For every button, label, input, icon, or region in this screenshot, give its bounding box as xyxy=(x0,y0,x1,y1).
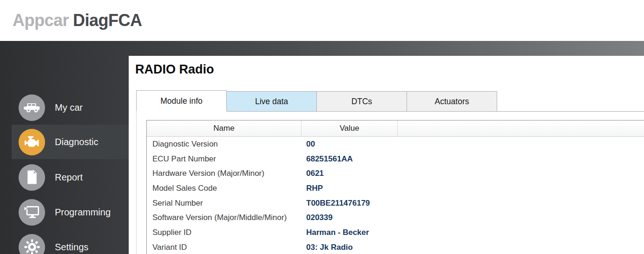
table-row[interactable]: Serial NumberT00BE211476179 xyxy=(147,196,644,211)
row-name-cell: ECU Part Number xyxy=(147,154,302,164)
column-header-name[interactable]: Name xyxy=(147,120,302,136)
table-row[interactable]: Supplier IDHarman - Becker xyxy=(147,225,644,240)
tab-dtcs[interactable]: DTCs xyxy=(316,91,407,112)
row-value-cell: Harman - Becker xyxy=(302,228,369,237)
logo-part-diagfca: DiagFCA xyxy=(73,11,142,30)
table-row[interactable]: Hardware Version (Major/Minor)0621 xyxy=(147,166,644,181)
sidebar-item-report[interactable]: Report xyxy=(0,160,129,194)
row-name-cell: Hardware Version (Major/Minor) xyxy=(147,169,302,178)
car-icon xyxy=(19,94,45,121)
row-value-cell: T00BE211476179 xyxy=(302,199,370,208)
sidebar-item-diagnostic[interactable]: Diagnostic xyxy=(12,125,129,159)
page-title: RADIO Radio xyxy=(135,62,214,77)
sidebar-item-label: Programming xyxy=(55,207,111,218)
sidebar-item-settings[interactable]: Settings xyxy=(0,230,129,254)
row-name-cell: Diagnostic Version xyxy=(147,140,302,149)
sidebar-item-programming[interactable]: Programming xyxy=(0,195,129,229)
row-value-cell: 00 xyxy=(302,140,315,149)
table-row[interactable]: ECU Part Number68251561AA xyxy=(147,152,644,167)
sidebar-item-label: My car xyxy=(55,102,83,113)
table-header-row: Name Value xyxy=(147,120,644,137)
app-logo: Appcar DiagFCA xyxy=(13,0,142,41)
row-value-cell: 03: Jk Radio xyxy=(302,243,353,252)
sidebar-item-my-car[interactable]: My car xyxy=(0,90,129,125)
sidebar: My carDiagnosticReportProgrammingSetting… xyxy=(0,41,129,254)
tab-module-info[interactable]: Module info xyxy=(136,90,227,112)
sidebar-item-label: Report xyxy=(55,172,83,183)
gear-icon xyxy=(19,234,45,254)
row-name-cell: Serial Number xyxy=(147,199,302,208)
sidebar-item-label: Settings xyxy=(55,242,88,253)
row-value-cell: 020339 xyxy=(302,213,333,222)
sidebar-item-label: Diagnostic xyxy=(55,137,98,147)
row-name-cell: Variant ID xyxy=(147,243,302,252)
table-row[interactable]: Model Sales CodeRHP xyxy=(147,181,644,196)
table-row[interactable]: Diagnostic Version00 xyxy=(147,137,644,152)
tab-bar: Module infoLive dataDTCsActuators xyxy=(136,90,644,112)
tab-panel-border xyxy=(136,112,137,254)
engine-icon xyxy=(19,129,45,155)
row-value-cell: 0621 xyxy=(302,169,324,178)
tab-actuators[interactable]: Actuators xyxy=(407,91,497,112)
column-header-value[interactable]: Value xyxy=(302,120,398,136)
row-name-cell: Supplier ID xyxy=(147,228,302,237)
logo-part-appcar: Appcar xyxy=(13,11,69,30)
table-row[interactable]: Software Version (Major/Middle/Minor)020… xyxy=(147,210,644,225)
row-name-cell: Model Sales Code xyxy=(147,184,302,193)
table-body: Diagnostic Version00ECU Part Number68251… xyxy=(147,137,644,254)
tab-live-data[interactable]: Live data xyxy=(226,91,317,112)
top-bar: Appcar DiagFCA xyxy=(0,0,644,41)
row-value-cell: RHP xyxy=(302,184,323,193)
table-row[interactable]: Variant ID03: Jk Radio xyxy=(147,240,644,254)
monitor-icon xyxy=(19,199,45,226)
document-icon xyxy=(19,164,45,191)
row-name-cell: Software Version (Major/Middle/Minor) xyxy=(147,213,302,222)
module-info-table: Name Value Diagnostic Version00ECU Part … xyxy=(146,120,644,254)
column-header-empty xyxy=(398,120,644,136)
row-value-cell: 68251561AA xyxy=(302,154,353,164)
content-panel: RADIO Radio Module infoLive dataDTCsActu… xyxy=(129,56,644,254)
